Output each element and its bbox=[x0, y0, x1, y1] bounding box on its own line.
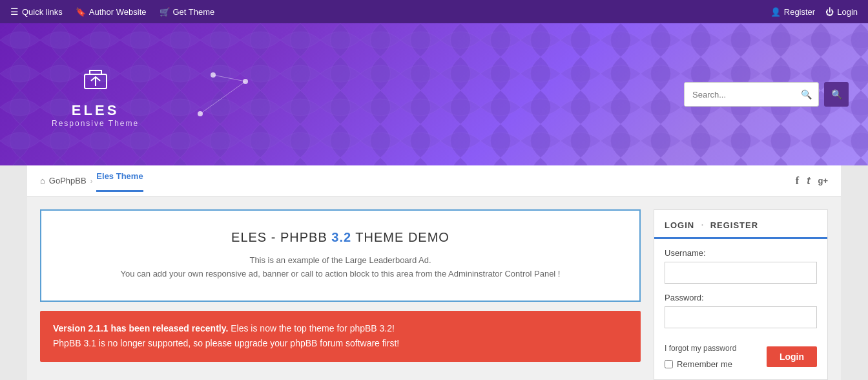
alert-text2: PhpBB 3.1 is no longer supported, so ple… bbox=[53, 338, 399, 348]
svg-line-6 bbox=[213, 75, 245, 81]
facebook-icon[interactable]: f bbox=[796, 175, 799, 187]
forgot-password-link[interactable]: I forgot my password bbox=[665, 344, 736, 353]
register-label: Register bbox=[784, 7, 815, 17]
social-icons: f t g+ bbox=[796, 175, 828, 187]
twitter-icon[interactable]: t bbox=[807, 175, 810, 187]
quicklinks-label: Quick links bbox=[22, 7, 63, 17]
hero-search: 🔍 🔍 bbox=[684, 82, 849, 107]
login-panel: LOGIN · REGISTER Username: Password: I f… bbox=[654, 209, 828, 380]
logo-title: ELES bbox=[52, 102, 139, 119]
advanced-search-button[interactable]: 🔍 bbox=[824, 82, 849, 107]
user-icon: 👤 bbox=[770, 7, 781, 17]
search-input[interactable] bbox=[685, 83, 794, 106]
register-link[interactable]: 👤 Register bbox=[770, 7, 815, 17]
login-label: Login bbox=[837, 7, 858, 17]
ad-title-version: 3.2 bbox=[331, 230, 351, 244]
top-bar: ☰ Quick links 🔖 Author Website 🛒 Get The… bbox=[0, 0, 868, 23]
login-body: Username: Password: I forgot my password… bbox=[654, 239, 827, 379]
page-body: ELES - PHPBB 3.2 THEME DEMO This is an e… bbox=[27, 196, 841, 380]
svg-line-7 bbox=[200, 81, 245, 114]
power-icon: ⏻ bbox=[825, 7, 834, 17]
main-wrapper: ⌂ GoPhpBB › Eles Theme f t g+ ELES - PHP… bbox=[27, 165, 841, 380]
password-label: Password: bbox=[665, 293, 817, 302]
author-website-label: Author Website bbox=[89, 7, 147, 17]
search-box: 🔍 bbox=[684, 82, 819, 107]
register-title: REGISTER bbox=[710, 220, 758, 230]
login-link[interactable]: ⏻ Login bbox=[825, 7, 858, 17]
breadcrumb-home[interactable]: GoPhpBB bbox=[49, 176, 87, 185]
breadcrumb: ⌂ GoPhpBB › Eles Theme bbox=[40, 171, 143, 191]
breadcrumb-current: Eles Theme bbox=[96, 171, 143, 192]
author-website-link[interactable]: 🔖 Author Website bbox=[76, 7, 147, 17]
gift-icon: 🛒 bbox=[160, 7, 170, 17]
list-icon: ☰ bbox=[10, 6, 19, 17]
login-title: LOGIN bbox=[665, 220, 694, 230]
breadcrumb-separator: › bbox=[90, 177, 93, 185]
alert-box: Version 2.1.1 has been released recently… bbox=[40, 311, 641, 363]
alert-bold: Version 2.1.1 has been released recently… bbox=[53, 323, 228, 333]
advanced-search-icon: 🔍 bbox=[831, 89, 842, 100]
ad-description: This is an example of the Large Leaderbo… bbox=[54, 254, 626, 281]
hero-banner: ELES Responsive Theme 🔍 🔍 bbox=[0, 23, 868, 165]
login-button[interactable]: Login bbox=[767, 346, 817, 367]
login-separator: · bbox=[701, 219, 703, 231]
bookmark-icon: 🔖 bbox=[76, 7, 86, 17]
password-input[interactable] bbox=[665, 306, 817, 328]
logo-subtitle: Responsive Theme bbox=[52, 119, 139, 128]
get-theme-link[interactable]: 🛒 Get Theme bbox=[160, 7, 215, 17]
ad-title-prefix: ELES - PHPBB bbox=[231, 230, 331, 244]
remember-me-row: Remember me bbox=[665, 359, 736, 369]
ad-box: ELES - PHPBB 3.2 THEME DEMO This is an e… bbox=[40, 209, 641, 302]
home-icon: ⌂ bbox=[40, 176, 45, 185]
get-theme-label: Get Theme bbox=[173, 7, 215, 17]
login-header: LOGIN · REGISTER bbox=[654, 210, 827, 239]
logo-icon bbox=[76, 61, 115, 100]
username-label: Username: bbox=[665, 248, 817, 258]
top-bar-left: ☰ Quick links 🔖 Author Website 🛒 Get The… bbox=[10, 6, 214, 17]
remember-me-checkbox[interactable] bbox=[665, 360, 673, 368]
remember-me-label: Remember me bbox=[677, 359, 732, 369]
ad-title: ELES - PHPBB 3.2 THEME DEMO bbox=[54, 230, 626, 245]
ad-desc-line1: This is an example of the Large Leaderbo… bbox=[54, 254, 626, 268]
ad-desc-line2: You can add your own responsive ad, bann… bbox=[54, 268, 626, 281]
quicklinks-link[interactable]: ☰ Quick links bbox=[10, 6, 63, 17]
search-submit-icon[interactable]: 🔍 bbox=[794, 83, 818, 106]
breadcrumb-bar: ⌂ GoPhpBB › Eles Theme f t g+ bbox=[27, 165, 841, 196]
alert-text1: Eles is now the top theme for phpBB 3.2! bbox=[228, 323, 395, 333]
top-bar-right: 👤 Register ⏻ Login bbox=[770, 7, 858, 17]
site-logo: ELES Responsive Theme bbox=[0, 61, 139, 128]
decorative-dots bbox=[161, 62, 291, 142]
login-footer: I forgot my password Remember me Login bbox=[665, 344, 817, 369]
main-column: ELES - PHPBB 3.2 THEME DEMO This is an e… bbox=[40, 209, 641, 362]
googleplus-icon[interactable]: g+ bbox=[818, 176, 828, 185]
ad-title-suffix: THEME DEMO bbox=[351, 230, 450, 244]
sidebar: LOGIN · REGISTER Username: Password: I f… bbox=[654, 209, 828, 380]
login-footer-left: I forgot my password Remember me bbox=[665, 344, 736, 369]
username-input[interactable] bbox=[665, 262, 817, 284]
